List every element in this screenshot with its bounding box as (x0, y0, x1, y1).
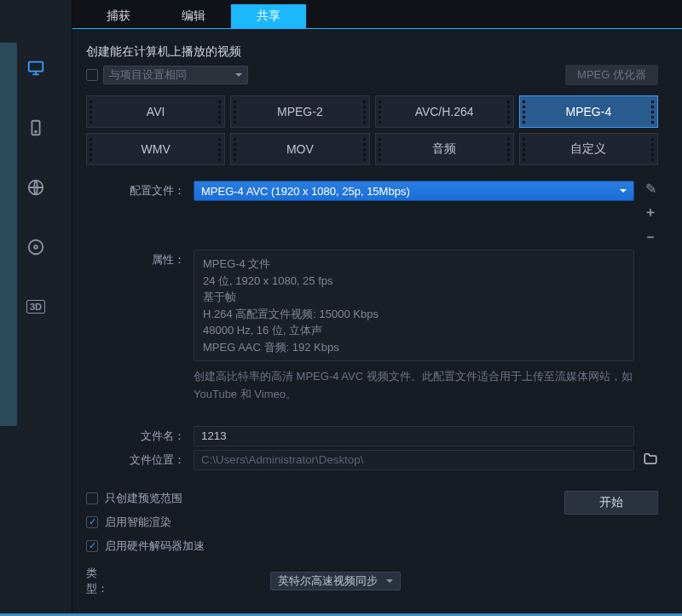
attr-line: 24 位, 1920 x 1080, 25 fps (203, 273, 625, 290)
mpeg-optimizer-button[interactable]: MPEG 优化器 (565, 65, 658, 85)
tab-capture[interactable]: 捕获 (81, 4, 156, 28)
format-avc[interactable]: AVC/H.264 (375, 95, 514, 128)
type-dropdown[interactable]: 英特尔高速视频同步 (270, 572, 401, 590)
hw-decode-checkbox[interactable] (86, 540, 98, 552)
format-wmv[interactable]: WMV (86, 133, 225, 165)
smart-render-checkbox[interactable] (86, 516, 98, 528)
profile-description: 创建高比特率的高清 MPEG-4 AVC 视频文件。此配置文件适合用于上传至流媒… (194, 368, 634, 404)
profile-value: MPEG-4 AVC (1920 x 1080, 25p, 15Mbps) (201, 185, 410, 198)
edit-icon[interactable]: ✎ (643, 181, 658, 197)
web-icon[interactable] (26, 177, 46, 198)
attr-line: MPEG AAC 音频: 192 Kbps (203, 339, 625, 356)
plus-icon[interactable]: ＋ (643, 204, 658, 222)
chevron-down-icon (386, 579, 393, 583)
attr-line: MPEG-4 文件 (203, 256, 625, 273)
filename-input[interactable] (194, 426, 634, 446)
chevron-down-icon (235, 73, 242, 77)
folder-browse-icon[interactable] (643, 452, 658, 468)
disc-icon[interactable] (26, 237, 46, 257)
minus-icon[interactable]: － (643, 228, 658, 246)
svg-point-7 (34, 245, 38, 249)
attr-line: 48000 Hz, 16 位, 立体声 (203, 322, 625, 339)
profile-dropdown[interactable]: MPEG-4 AVC (1920 x 1080, 25p, 15Mbps) (194, 181, 634, 201)
preview-only-label: 只创建预览范围 (105, 491, 182, 506)
format-audio[interactable]: 音频 (375, 133, 514, 165)
page-title: 创建能在计算机上播放的视频 (86, 44, 658, 60)
svg-point-4 (35, 131, 37, 133)
format-custom[interactable]: 自定义 (519, 133, 658, 165)
svg-point-6 (29, 240, 43, 255)
device-icon[interactable] (26, 118, 46, 138)
top-tabs: 捕获 编辑 共享 (72, 0, 682, 29)
chevron-down-icon (620, 189, 627, 193)
attr-line: 基于帧 (203, 289, 625, 306)
start-button[interactable]: 开始 (564, 491, 658, 515)
tab-share[interactable]: 共享 (231, 4, 306, 28)
hw-decode-label: 启用硬件解码器加速 (105, 538, 205, 554)
attributes-label: 属性： (86, 250, 194, 423)
format-avi[interactable]: AVI (86, 95, 225, 128)
computer-icon[interactable] (26, 58, 46, 78)
preview-only-checkbox[interactable] (86, 492, 98, 504)
project-settings-checkbox[interactable] (86, 69, 98, 81)
tab-edit[interactable]: 编辑 (156, 4, 231, 28)
smart-render-label: 启用智能渲染 (105, 515, 171, 530)
location-label: 文件位置： (86, 450, 194, 470)
format-mpeg4[interactable]: MPEG-4 (519, 95, 658, 128)
attributes-box: MPEG-4 文件 24 位, 1920 x 1080, 25 fps 基于帧 … (194, 250, 634, 361)
left-panel-stub (0, 43, 17, 426)
project-settings-label: 与项目设置相同 (109, 67, 187, 83)
type-label: 类型： (86, 566, 117, 596)
format-mpeg2[interactable]: MPEG-2 (230, 95, 369, 128)
svg-rect-0 (29, 62, 43, 72)
attr-line: H.264 高配置文件视频: 15000 Kbps (203, 306, 625, 323)
3d-icon[interactable]: 3D (26, 296, 46, 317)
format-grid: AVI MPEG-2 AVC/H.264 MPEG-4 WMV MOV 音频 自… (86, 95, 658, 165)
filename-label: 文件名： (86, 426, 194, 446)
location-input[interactable] (194, 450, 634, 470)
type-value: 英特尔高速视频同步 (278, 573, 378, 589)
profile-label: 配置文件： (86, 181, 194, 246)
project-settings-dropdown[interactable]: 与项目设置相同 (103, 66, 248, 84)
format-mov[interactable]: MOV (230, 133, 369, 165)
